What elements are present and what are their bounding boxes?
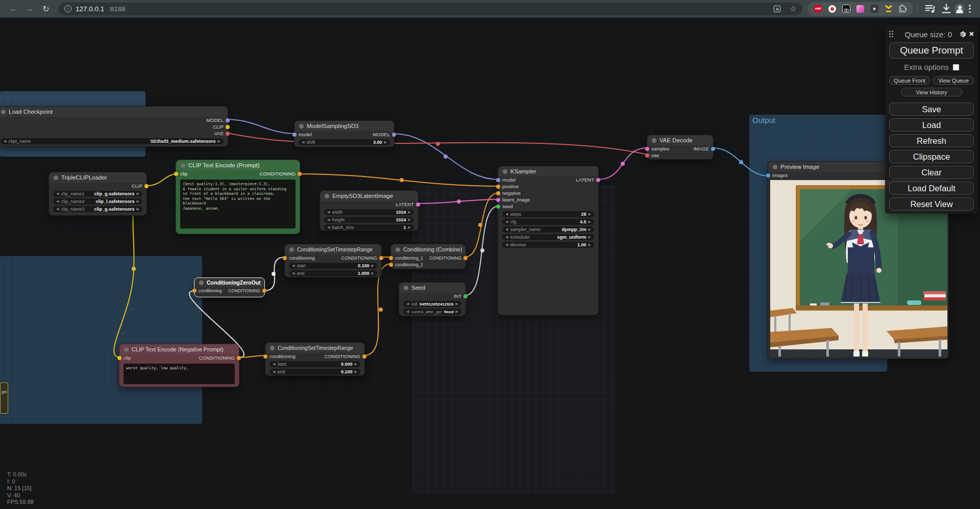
decrement-icon[interactable]: ◀ [505,220,508,224]
node-title-bar[interactable]: CLIP Text Encode (Negative Prompt) [119,344,239,354]
node-tripleclip-loader[interactable]: TripleCLIPLoader CLIP ◀ clip_name1 clip_… [48,172,147,216]
collapse-dot-icon[interactable] [652,138,656,143]
idm-download-extension-icon[interactable] [885,5,893,13]
collapse-dot-icon[interactable] [773,165,777,169]
increment-icon[interactable]: ▶ [372,264,374,268]
increment-icon[interactable]: ▶ [589,227,591,232]
decrement-icon[interactable]: ◀ [505,212,508,216]
input-slot-clip[interactable]: clip [176,171,187,176]
widget-height[interactable]: ◀ height 1024 ▶ [324,217,414,223]
increment-icon[interactable]: ▶ [408,210,411,214]
view-history-button[interactable]: View History [901,88,962,96]
input-slot-vae[interactable]: vae [647,152,659,158]
translate-icon[interactable]: A [774,6,780,12]
output-slot-clip[interactable]: CLIP [213,124,228,130]
input-slot-model[interactable]: model [498,177,516,183]
input-slot-images[interactable]: images [768,172,788,178]
output-slot-latent[interactable]: LATENT [396,201,418,207]
node-title-bar[interactable]: CLIP Text Encode (Prompt) [176,160,300,170]
collapse-dot-icon[interactable] [199,281,204,285]
output-slot-model[interactable]: MODEL [206,117,228,123]
input-slot-conditioning[interactable]: conditioning [194,288,222,293]
widget-cfg[interactable]: ◀ cfg 4.5 ▶ [502,219,594,225]
decrement-icon[interactable]: ◀ [505,243,508,247]
node-clip-text-encode-positive[interactable]: CLIP Text Encode (Prompt) clip CONDITION… [176,160,300,234]
node-title-bar[interactable]: Conditioning (Combine) [391,244,465,254]
pink-extension-icon[interactable] [856,5,864,13]
widget-clip-name2[interactable]: ◀ clip_name2 clip_l.safetensors ▶ [53,198,142,205]
input-slot-negative[interactable]: negative [498,190,521,196]
widget-control-after-generate[interactable]: ◀ control_after_generate fixed ▶ [403,309,461,315]
node-title-bar[interactable]: ConditioningZeroOut [194,278,264,287]
decrement-icon[interactable]: ◀ [273,370,275,374]
decrement-icon[interactable]: ◀ [406,310,409,314]
increment-icon[interactable]: ▶ [137,192,139,196]
node-title-bar[interactable]: ConditioningSetTimestepRange [265,343,364,353]
decrement-icon[interactable]: ◀ [292,264,295,268]
site-info-icon[interactable]: i [64,5,71,12]
decrement-icon[interactable]: ◀ [327,210,330,214]
node-model-sampling-sd3[interactable]: ModelSamplingSD3 model MODEL ◀ shift 3.0… [294,120,395,147]
profile-avatar[interactable] [954,4,965,14]
output-slot-image[interactable]: IMAGE [693,146,713,151]
decrement-icon[interactable]: ◀ [56,199,59,203]
collapse-dot-icon[interactable] [503,169,507,174]
output-slot-model[interactable]: MODEL [373,132,394,137]
input-slot-conditioning[interactable]: conditioning [265,353,296,359]
node-vae-decode[interactable]: VAE Decode samples IMAGE vae [647,135,714,160]
node-title-bar[interactable]: EmptySD3LatentImage [320,191,418,201]
increment-icon[interactable]: ▶ [456,302,458,306]
extra-options-checkbox[interactable] [953,64,959,70]
view-queue-button[interactable]: View Queue [933,76,974,85]
collapse-dot-icon[interactable] [1,110,6,114]
widget-end[interactable]: ◀ end 1.000 ▶ [289,270,377,276]
prompt-textarea[interactable]: (best quality:1.3), (masterpiece:1.3), A… [180,180,296,228]
widget-shift[interactable]: ◀ shift 3.00 ▶ [299,139,390,145]
address-bar[interactable]: i 127.0.0.1 :8188 A ☆ [58,3,802,15]
collapse-dot-icon[interactable] [299,124,304,129]
clipspace-button[interactable]: Clipspace [889,150,974,163]
widget-clip-name3[interactable]: ◀ clip_name3 clip_g.safetensors ▶ [53,206,142,212]
reload-icon[interactable]: ↻ [39,2,53,15]
collapse-dot-icon[interactable] [396,247,400,252]
widget-ckpt-name[interactable]: ◀ ckpt_name SD3\sd3_medium.safetensors ▶ [1,138,224,144]
input-slot-model[interactable]: model [295,132,312,137]
increment-icon[interactable]: ▶ [408,218,411,222]
widget-end[interactable]: ◀ end 0.100 ▶ [270,369,360,375]
widget-batch-size[interactable]: ◀ batch_size 1 ▶ [324,224,414,231]
widget-clip-name1[interactable]: ◀ clip_name1 clip_g.safetensors ▶ [53,191,142,197]
recorder-extension-icon[interactable] [828,5,836,13]
collapse-dot-icon[interactable] [54,175,58,180]
increment-icon[interactable]: ▶ [355,362,357,366]
node-fragment-left-edge[interactable]: ght [0,383,8,414]
node-empty-sd3-latent[interactable]: EmptySD3LatentImage LATENT ◀ width 1024 … [320,190,419,231]
node-ksampler[interactable]: KSampler model LATENT positive negative … [498,166,599,315]
save-button[interactable]: Save [889,103,974,116]
input-slot-clip[interactable]: clip [119,355,131,361]
refresh-button[interactable]: Refresh [889,134,974,147]
widget-steps[interactable]: ◀ steps 28 ▶ [502,211,594,217]
output-slot-latent[interactable]: LATENT [576,177,598,183]
extensions-puzzle-icon[interactable] [899,5,907,13]
input-slot-conditioning-2[interactable]: conditioning_2 [391,262,423,267]
increment-icon[interactable]: ▶ [137,199,139,203]
input-slot-seed[interactable]: seed [498,203,513,209]
widget-start[interactable]: ◀ start 0.000 ▶ [270,361,360,367]
browser-menu-icon[interactable] [969,5,971,13]
decrement-icon[interactable]: ◀ [327,218,330,222]
increment-icon[interactable]: ▶ [589,235,591,239]
load-button[interactable]: Load [889,118,974,132]
node-seed[interactable]: Seed INT ◀ value 945512652412926 ▶ ◀ con… [399,282,466,316]
node-conditioning-zero-out[interactable]: ConditioningZeroOut conditioning CONDITI… [194,277,265,297]
decrement-icon[interactable]: ◀ [505,227,508,232]
increment-icon[interactable]: ▶ [456,310,458,314]
decrement-icon[interactable]: ◀ [406,302,409,306]
clear-button[interactable]: Clear [889,166,974,179]
increment-icon[interactable]: ▶ [589,212,591,216]
input-slot-conditioning[interactable]: conditioning [285,255,315,261]
media-controls-icon[interactable] [923,2,937,15]
node-title-bar[interactable]: ConditioningSetTimestepRange [285,244,381,254]
widget-width[interactable]: ◀ width 1024 ▶ [324,209,414,215]
output-slot-conditioning[interactable]: CONDITIONING [429,256,465,261]
widget-scheduler[interactable]: ◀ scheduler sgm_uniform ▶ [502,234,594,240]
